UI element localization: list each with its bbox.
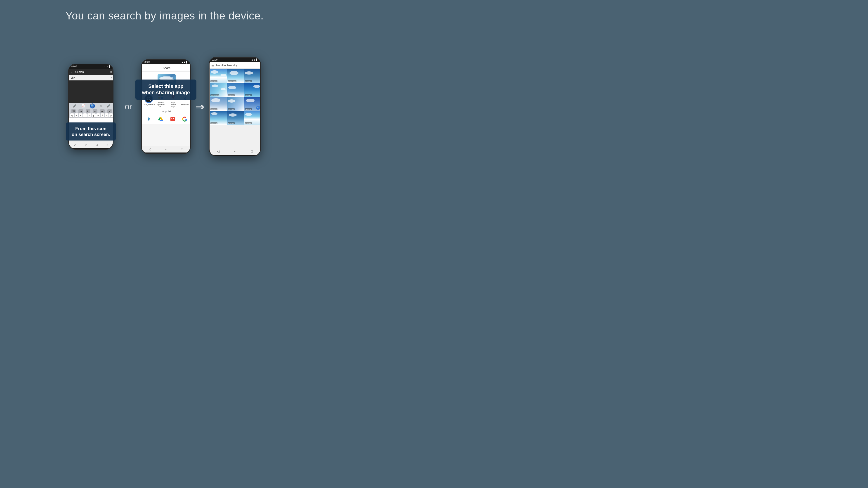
phone1-status-bar: 00:00 ▲▲ ▌ bbox=[69, 64, 113, 69]
kbd-spec-3[interactable]: 🗑 bbox=[86, 109, 90, 113]
phone3-time: 00:00 bbox=[212, 59, 217, 61]
kbd-e[interactable]: e bbox=[79, 113, 83, 118]
result-thumb-10[interactable]: 800x534 bbox=[210, 111, 227, 125]
result-size-8: 322x200 bbox=[228, 108, 235, 110]
nav-menu-icon[interactable]: ≡ bbox=[106, 143, 108, 147]
phone1-bottom-bar: ▽ ○ □ ≡ bbox=[69, 141, 113, 148]
more-gmail-icon[interactable] bbox=[169, 116, 176, 123]
kbd-y[interactable]: y bbox=[92, 113, 96, 118]
phone2-tooltip: Select this app when sharing image bbox=[135, 79, 196, 100]
more-bluetooth-icon[interactable] bbox=[145, 116, 152, 123]
kbd-spec-1[interactable]: ⌫ bbox=[71, 109, 76, 113]
bluetooth-label: Bluetooth bbox=[181, 103, 189, 106]
back-arrow-icon[interactable]: ← bbox=[71, 70, 74, 74]
kbd-t[interactable]: t bbox=[88, 113, 91, 118]
result-thumb-12[interactable]: 601x300 bbox=[244, 111, 261, 125]
result-thumb-5[interactable]: 508x339 bbox=[227, 83, 244, 97]
phone2-time: 00:00 bbox=[144, 61, 150, 63]
result-size-12: 601x300 bbox=[245, 122, 252, 124]
search-dark-area bbox=[69, 80, 114, 103]
result-thumb-2[interactable]: 2000x1217 bbox=[227, 69, 244, 83]
page-title: You can search by images in the device. bbox=[66, 9, 264, 22]
nav-home-icon[interactable]: ○ bbox=[85, 143, 87, 147]
phone3-bottom-bar: ◁ ○ □ bbox=[210, 148, 260, 155]
image-search-toolbar-icon[interactable]: 🔍 bbox=[90, 103, 95, 108]
phone2-tooltip-line1: Select this app bbox=[148, 84, 183, 89]
phone3-status-bar: 00:00 ▲▲ ▌ bbox=[210, 58, 260, 62]
phone3-nav-recents[interactable]: □ bbox=[251, 150, 253, 153]
result-thumb-8[interactable]: 322x200 bbox=[227, 97, 244, 111]
result-size-6: 910x607 bbox=[245, 94, 252, 96]
result-size-5: 508x339 bbox=[228, 94, 235, 96]
result-size-3: 800x451 bbox=[245, 80, 252, 82]
kbd-p[interactable]: p bbox=[109, 113, 113, 118]
phone3-screen: ☰ beautiful blue sky 612x408 bbox=[210, 62, 261, 148]
kbd-u[interactable]: u bbox=[96, 113, 100, 118]
copy-toolbar-icon[interactable]: ⎘ bbox=[100, 104, 102, 107]
apps-list-label: Apps list bbox=[142, 109, 191, 114]
phone2-bottom-bar: ◁ ○ □ bbox=[142, 146, 190, 153]
result-thumb-11[interactable]: 450x300 bbox=[227, 111, 244, 125]
result-thumb-7[interactable]: 600x600 bbox=[210, 97, 227, 111]
kbd-w[interactable]: w bbox=[74, 113, 78, 118]
search-field-label: Search bbox=[75, 70, 109, 74]
result-thumb-3[interactable]: 800x451 bbox=[244, 69, 261, 83]
more-google-icon[interactable] bbox=[181, 116, 188, 123]
hamburger-menu-icon[interactable]: ☰ bbox=[211, 64, 214, 67]
more-drive-icon[interactable] bbox=[157, 116, 164, 123]
kbd-i[interactable]: i bbox=[101, 113, 104, 118]
trend-toolbar-icon[interactable]: 📈 bbox=[81, 104, 85, 107]
nav-recents-icon[interactable]: □ bbox=[96, 143, 97, 147]
result-search-btn[interactable]: 🔍 bbox=[256, 106, 260, 110]
phone2-nav-home[interactable]: ○ bbox=[165, 147, 167, 151]
phone3-nav-back[interactable]: ◁ bbox=[217, 150, 219, 153]
keyboard-row-letters: q w e r t y u i o p bbox=[69, 113, 114, 118]
phone3-signal-icons: ▲▲ ▌ bbox=[251, 59, 258, 61]
phone1-tooltip-line2: on search screen. bbox=[72, 132, 110, 137]
result-thumb-1[interactable]: 612x408 bbox=[210, 69, 227, 83]
phone2-tooltip-line2: when sharing image bbox=[142, 90, 190, 95]
result-thumb-4[interactable]: 1500x1125 bbox=[210, 83, 227, 97]
phone2-wrapper: 00:00 ▲▲ ▌ Share bbox=[141, 59, 191, 154]
results-grid: 612x408 2000x1217 800x451 bbox=[210, 69, 261, 125]
phone3-frame: 00:00 ▲▲ ▌ ☰ beautiful blue sky 61 bbox=[209, 57, 261, 156]
result-thumb-6[interactable]: 910x607 bbox=[244, 83, 261, 97]
share-title-text: Share bbox=[163, 66, 170, 70]
phone2-screen: Share bbox=[142, 64, 191, 146]
keyboard-row-top: ⌫ GIF 🗑 ⚙ ••• 🎤 bbox=[69, 109, 114, 113]
phone2-signal-icons: ▲▲ ▌ bbox=[181, 61, 188, 63]
kbd-spec-4[interactable]: ⚙ bbox=[93, 109, 97, 113]
kbd-spec-2[interactable]: GIF bbox=[79, 109, 83, 113]
result-size-11: 450x300 bbox=[228, 122, 235, 124]
result-thumb-9[interactable]: 322x200 🔍 bbox=[244, 97, 261, 111]
photos-label: PhotosUpload to Ph... bbox=[156, 101, 166, 108]
result-size-2: 2000x1217 bbox=[228, 80, 237, 82]
share-dialog-header: Share bbox=[142, 64, 191, 72]
phone2-nav-recents[interactable]: □ bbox=[181, 147, 183, 151]
share-more-apps-row bbox=[142, 114, 191, 124]
search-close-icon[interactable]: ✕ bbox=[110, 70, 112, 74]
kbd-q[interactable]: q bbox=[70, 113, 74, 118]
search-clear-icon[interactable]: ✕ bbox=[111, 76, 112, 79]
apps-list-text: Apps list bbox=[162, 110, 171, 113]
results-toolbar: ☰ beautiful blue sky bbox=[210, 62, 261, 69]
mic2-toolbar-icon[interactable]: 🎤 bbox=[107, 104, 110, 107]
mic-toolbar-icon[interactable]: 🎤 bbox=[73, 104, 76, 107]
svg-line-1 bbox=[150, 100, 151, 101]
phone3-nav-home[interactable]: ○ bbox=[234, 150, 236, 153]
results-search-title: beautiful blue sky bbox=[216, 64, 237, 67]
kbd-spec-6[interactable]: 🎤 bbox=[107, 109, 112, 113]
result-size-7: 600x600 bbox=[211, 108, 217, 110]
maps-label: MapsAdd to Maps bbox=[168, 101, 178, 108]
phone2-nav-back[interactable]: ◁ bbox=[149, 147, 151, 151]
phone1-signal-icons: ▲▲ ▌ bbox=[104, 65, 111, 68]
search-typed-text: sky bbox=[71, 76, 111, 79]
result-size-1: 612x408 bbox=[211, 80, 217, 82]
phone1-tooltip-line1: From this icon bbox=[75, 126, 106, 131]
nav-back-icon[interactable]: ▽ bbox=[73, 143, 76, 147]
kbd-o[interactable]: o bbox=[105, 113, 108, 118]
kbd-spec-5[interactable]: ••• bbox=[100, 109, 105, 113]
kbd-r[interactable]: r bbox=[83, 113, 87, 118]
search-text-row: sky ✕ bbox=[69, 75, 114, 80]
result-size-10: 800x534 bbox=[211, 122, 217, 124]
